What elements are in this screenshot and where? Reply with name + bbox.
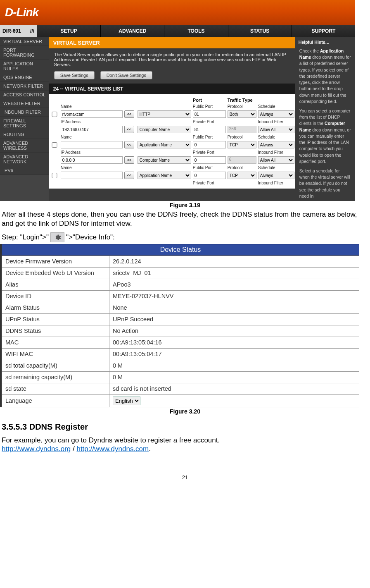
schedule-select[interactable]: Always bbox=[258, 172, 294, 179]
private-port-label: Private Port bbox=[193, 120, 226, 124]
traffic-disabled: 256 bbox=[228, 126, 256, 133]
ds-label: Device Embeded Web UI Version bbox=[2, 267, 109, 279]
name-label: Name bbox=[61, 104, 123, 109]
sidebar-item-access-control[interactable]: ACCESS CONTROL bbox=[0, 91, 49, 99]
protocol-select[interactable]: TCP bbox=[228, 141, 256, 148]
dyndns-org-link[interactable]: http://www.dyndns.org bbox=[2, 445, 71, 453]
register-paragraph: For example, you can go to Dyndns websit… bbox=[2, 436, 368, 454]
schedule-select[interactable]: Always bbox=[258, 141, 294, 148]
model-selector[interactable]: DIR-601 /// bbox=[0, 25, 37, 37]
private-port-input[interactable] bbox=[193, 126, 226, 133]
ds-label: Alarm Status bbox=[2, 302, 109, 313]
table-row: sd statesd card is not inserted bbox=[2, 383, 359, 394]
tab-status[interactable]: STATUS bbox=[228, 25, 292, 37]
sidebar-item-website-filter[interactable]: WEBSITE FILTER bbox=[0, 99, 49, 108]
sidebar-item-qos-engine[interactable]: QOS ENGINE bbox=[0, 73, 49, 82]
ds-label: sd state bbox=[2, 383, 109, 394]
table-row: Name Public Port Protocol Schedule bbox=[50, 103, 294, 110]
sidebar-item-port-forwarding[interactable]: PORT FORWARDING bbox=[0, 46, 49, 60]
protocol-select[interactable]: TCP bbox=[228, 172, 256, 179]
sep: / bbox=[71, 445, 76, 453]
table-row: Device IDMEYE-027037-HLNVV bbox=[2, 290, 359, 302]
private-port-input[interactable] bbox=[193, 156, 226, 164]
sidebar-item-advanced-network[interactable]: ADVANCED NETWORK bbox=[0, 153, 49, 166]
sidebar-item-firewall-settings[interactable]: FIREWALL SETTINGS bbox=[0, 117, 49, 130]
figure-caption-2: Figure 3.20 bbox=[0, 408, 370, 415]
sidebar-item-inbound-filter[interactable]: INBOUND FILTER bbox=[0, 108, 49, 117]
hints-body-1: Check the Application Name drop down men… bbox=[295, 46, 355, 106]
sidebar-item-ipv6[interactable]: IPV6 bbox=[0, 166, 49, 175]
save-settings-button[interactable]: Save Settings bbox=[54, 71, 95, 79]
schedule-label: Schedule bbox=[258, 135, 294, 139]
step-line: Step: "Login">" ">"Device Info": bbox=[2, 232, 368, 242]
name-input[interactable] bbox=[61, 141, 123, 148]
table-row: Alarm StatusNone bbox=[2, 302, 359, 313]
enable-checkbox[interactable] bbox=[50, 112, 59, 117]
arrow-button[interactable]: << bbox=[124, 172, 134, 179]
sidebar-item-routing[interactable]: ROUTING bbox=[0, 130, 49, 139]
sidebar-item-virtual-server[interactable]: VIRTUAL SERVER bbox=[0, 37, 49, 46]
dont-save-button[interactable]: Don't Save Settings bbox=[100, 71, 152, 79]
enable-checkbox[interactable] bbox=[50, 142, 59, 148]
table-row: sd total capacity(M)0 M bbox=[2, 360, 359, 371]
arrow-button[interactable]: << bbox=[124, 110, 134, 118]
ds-label: WIFI MAC bbox=[2, 348, 109, 360]
enable-checkbox[interactable] bbox=[50, 173, 59, 178]
table-row: << HTTP Both Always bbox=[50, 110, 294, 119]
sidebar-item-network-filter[interactable]: NETWORK FILTER bbox=[0, 82, 49, 91]
arrow-button[interactable]: << bbox=[124, 126, 134, 133]
ds-label: Language bbox=[2, 394, 109, 407]
app-name-select[interactable]: Application Name bbox=[138, 172, 191, 179]
vs-list-title: 24 -- VIRTUAL SERVERS LIST bbox=[49, 84, 295, 94]
ip-input[interactable] bbox=[61, 156, 123, 164]
public-port-input[interactable] bbox=[193, 110, 226, 118]
ds-value: 00:A9:13:05:04:16 bbox=[109, 337, 359, 348]
public-port-input[interactable] bbox=[193, 172, 226, 179]
inbound-select[interactable]: Allow All bbox=[258, 156, 294, 164]
vs-list: Port Traffic Type Name Public Port Proto… bbox=[49, 94, 295, 189]
arrow-button[interactable]: << bbox=[124, 141, 134, 148]
dyndns-com-link[interactable]: http://www.dyndns.com bbox=[76, 445, 149, 453]
sidebar-item-application-rules[interactable]: APPLICATION RULES bbox=[0, 60, 49, 73]
step-prefix: Step: "Login">" bbox=[2, 233, 49, 241]
language-select[interactable]: English bbox=[113, 397, 140, 405]
name-input[interactable] bbox=[61, 110, 123, 118]
ip-label: IP Address bbox=[61, 150, 123, 155]
router-header: D-Link bbox=[0, 0, 355, 25]
ip-input[interactable] bbox=[61, 126, 123, 133]
private-port-label: Private Port bbox=[193, 150, 226, 155]
inbound-label: Inbound Filter bbox=[258, 181, 294, 185]
computer-name-select[interactable]: Computer Name bbox=[138, 156, 191, 164]
name-label: Name bbox=[61, 165, 123, 170]
tab-tools[interactable]: TOOLS bbox=[164, 25, 228, 37]
inbound-select[interactable]: Allow All bbox=[258, 126, 294, 133]
section-heading: 3.5.5.3 DDNS Register bbox=[2, 422, 368, 432]
sidebar-item-advanced-wireless[interactable]: ADVANCED WIRELESS bbox=[0, 139, 49, 153]
public-port-input[interactable] bbox=[193, 141, 226, 148]
helpful-hints-panel: Helpful Hints… Check the Application Nam… bbox=[295, 37, 355, 201]
arrow-button[interactable]: << bbox=[124, 156, 134, 164]
main-panel: VIRTUAL SERVER The Virtual Server option… bbox=[49, 37, 295, 201]
table-row: IP Address Private Port Inbound Filter bbox=[50, 149, 294, 155]
ds-label: Alias bbox=[2, 279, 109, 290]
ds-label: UPnP Status bbox=[2, 313, 109, 325]
tab-support[interactable]: SUPPORT bbox=[292, 25, 355, 37]
tab-setup[interactable]: SETUP bbox=[37, 25, 101, 37]
figure-caption-1: Figure 3.19 bbox=[0, 202, 370, 208]
gear-icon bbox=[50, 232, 64, 242]
router-body: VIRTUAL SERVER PORT FORWARDING APPLICATI… bbox=[0, 37, 355, 201]
app-name-select[interactable]: Application Name bbox=[138, 141, 191, 148]
app-name-select[interactable]: HTTP bbox=[138, 110, 191, 118]
protocol-select[interactable]: Both bbox=[228, 110, 256, 118]
name-input[interactable] bbox=[61, 172, 123, 179]
tab-advanced[interactable]: ADVANCED bbox=[101, 25, 164, 37]
computer-name-select[interactable]: Computer Name bbox=[138, 126, 191, 133]
ds-value: sd card is not inserted bbox=[109, 383, 359, 394]
schedule-select[interactable]: Always bbox=[258, 110, 294, 118]
name-label: Name bbox=[61, 135, 123, 139]
ds-label: MAC bbox=[2, 337, 109, 348]
device-status-title: Device Status bbox=[2, 244, 359, 256]
public-port-label: Public Port bbox=[193, 135, 226, 139]
table-row: sd remaining capacity(M)0 M bbox=[2, 371, 359, 383]
table-row: Private Port Inbound Filter bbox=[50, 180, 294, 186]
